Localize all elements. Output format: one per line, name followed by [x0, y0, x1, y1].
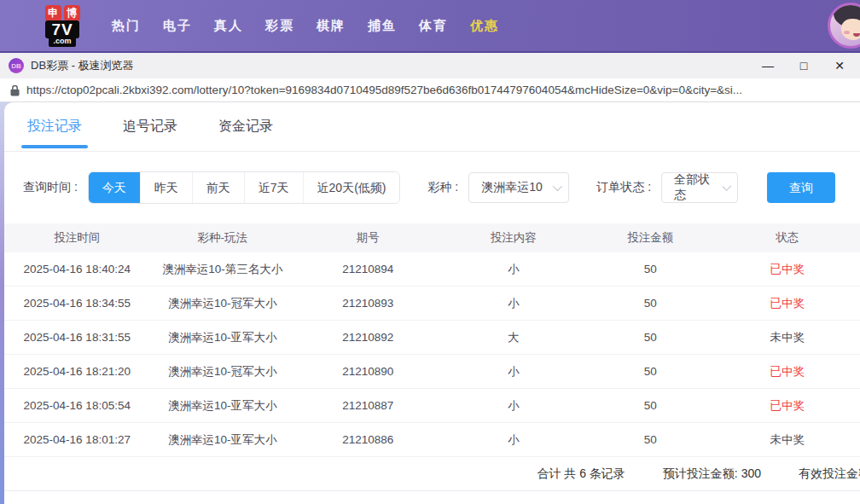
user-avatar[interactable] [828, 3, 860, 49]
time-option-4[interactable]: 近20天(低频) [303, 172, 400, 203]
logo-square-bo: 博 [64, 5, 80, 21]
logo-7v: 7V [45, 20, 78, 38]
table-row: 2025-04-16 18:31:55澳洲幸运10-亚军大小21210892大5… [4, 321, 860, 355]
tab-1[interactable]: 追号记录 [123, 118, 177, 136]
cell-bet-time: 2025-04-16 18:34:55 [4, 297, 150, 310]
site-top-bar: 申 博 7V .com 热门电子真人彩票棋牌捕鱼体育优惠 [0, 0, 860, 51]
cell-game-play: 澳洲幸运10-冠军大小 [150, 364, 296, 379]
filter-bar: 查询时间 : 今天昨天前天近7天近20天(低频) 彩种 : 澳洲幸运10 订单状… [4, 152, 860, 223]
cell-status: 未中奖 [714, 432, 860, 448]
browser-app-icon: DB [9, 58, 24, 73]
lottery-select[interactable]: 澳洲幸运10 [468, 172, 569, 203]
cell-bet-amount: 50 [586, 433, 714, 446]
cell-bet-time: 2025-04-16 18:40:24 [4, 263, 150, 275]
browser-title-bar: DB DB彩票 - 极速浏览器 — □ ✕ [0, 51, 860, 78]
cell-bet-content: 小 [441, 364, 587, 379]
table-row: 2025-04-16 18:34:55澳洲幸运10-冠军大小21210893小5… [4, 287, 860, 321]
nav-item-7[interactable]: 优惠 [459, 18, 510, 34]
url-text: https://ctop02pcali.2kbxi392.com/lottery… [26, 84, 742, 96]
maximize-icon[interactable]: □ [797, 59, 811, 72]
nav-item-0[interactable]: 热门 [101, 18, 152, 34]
table-row: 2025-04-16 18:05:54澳洲幸运10-亚军大小21210887小5… [4, 389, 860, 423]
search-button[interactable]: 查询 [767, 172, 835, 203]
window-controls: — □ ✕ [761, 59, 846, 72]
window-title: DB彩票 - 极速浏览器 [31, 58, 761, 73]
site-logo[interactable]: 申 博 7V .com [39, 5, 85, 47]
cell-status: 已中奖 [714, 296, 860, 311]
lottery-filter-label: 彩种 : [427, 180, 458, 195]
cell-game-play: 澳洲幸运10-亚军大小 [150, 432, 296, 448]
summary-expected-amount: 预计投注金额: 300 [663, 466, 761, 482]
cell-bet-amount: 50 [586, 263, 714, 275]
cell-bet-content: 小 [441, 262, 587, 277]
summary-row: 合计 共 6 条记录 预计投注金额: 300 有效投注金额 [4, 457, 860, 491]
time-option-2[interactable]: 前天 [192, 172, 244, 203]
cell-game-play: 澳洲幸运10-亚军大小 [150, 330, 296, 345]
cell-bet-content: 小 [441, 398, 587, 414]
cell-bet-time: 2025-04-16 18:31:55 [4, 331, 150, 344]
content-card: 投注记录追号记录资金记录 查询时间 : 今天昨天前天近7天近20天(低频) 彩种… [4, 102, 860, 504]
col-header-status: 状态 [714, 230, 860, 246]
time-filter-label: 查询时间 : [23, 180, 78, 195]
cell-bet-time: 2025-04-16 18:01:27 [4, 433, 150, 446]
cell-game-play: 澳洲幸运10-第三名大小 [150, 262, 296, 277]
time-option-1[interactable]: 昨天 [140, 172, 192, 203]
cell-bet-time: 2025-04-16 18:21:20 [4, 365, 150, 378]
table-row: 2025-04-16 18:40:24澳洲幸运10-第三名大小21210894小… [4, 252, 860, 287]
top-nav-items: 热门电子真人彩票棋牌捕鱼体育优惠 [101, 18, 510, 34]
table-header: 投注时间 彩种-玩法 期号 投注内容 投注金额 状态 [4, 223, 860, 252]
summary-total: 合计 共 6 条记录 [537, 466, 625, 482]
cell-issue: 21210890 [295, 365, 441, 378]
nav-item-4[interactable]: 棋牌 [305, 18, 357, 34]
cell-status: 已中奖 [714, 262, 860, 277]
url-bar[interactable]: https://ctop02pcali.2kbxi392.com/lottery… [0, 78, 860, 102]
close-icon[interactable]: ✕ [833, 59, 846, 72]
cell-bet-amount: 50 [586, 331, 714, 344]
cell-game-play: 澳洲幸运10-亚军大小 [150, 398, 296, 414]
nav-item-6[interactable]: 体育 [408, 18, 459, 34]
lottery-select-value: 澳洲幸运10 [481, 180, 543, 195]
time-option-3[interactable]: 近7天 [244, 172, 303, 203]
table-row: 2025-04-16 18:01:27澳洲幸运10-亚军大小21210886小5… [4, 423, 860, 457]
cell-issue: 21210886 [295, 433, 441, 446]
col-header-game-play: 彩种-玩法 [150, 230, 296, 246]
cell-bet-amount: 50 [586, 399, 714, 412]
table-row: 2025-04-16 18:21:20澳洲幸运10-冠军大小21210890小5… [4, 355, 860, 389]
col-header-bet-content: 投注内容 [441, 230, 587, 246]
col-header-bet-amount: 投注金额 [586, 230, 714, 246]
page-background: 投注记录追号记录资金记录 查询时间 : 今天昨天前天近7天近20天(低频) 彩种… [0, 102, 860, 504]
nav-item-1[interactable]: 电子 [152, 18, 203, 34]
cell-bet-amount: 50 [586, 297, 714, 310]
cell-bet-amount: 50 [586, 365, 714, 378]
nav-item-2[interactable]: 真人 [203, 18, 254, 34]
order-status-label: 订单状态 : [596, 180, 651, 195]
tab-2[interactable]: 资金记录 [218, 118, 273, 136]
tab-0[interactable]: 投注记录 [27, 118, 82, 136]
cell-bet-content: 小 [441, 296, 587, 311]
cell-status: 已中奖 [714, 398, 860, 414]
cell-status: 已中奖 [714, 364, 860, 379]
chevron-down-icon [553, 182, 562, 191]
cell-bet-content: 小 [441, 432, 587, 448]
cell-issue: 21210894 [295, 263, 441, 275]
cell-bet-time: 2025-04-16 18:05:54 [4, 399, 150, 412]
table-body: 2025-04-16 18:40:24澳洲幸运10-第三名大小21210894小… [4, 252, 860, 457]
logo-squares: 申 博 [45, 5, 80, 21]
logo-com: .com [49, 37, 75, 47]
lock-icon [10, 84, 20, 96]
time-option-0[interactable]: 今天 [89, 172, 140, 203]
cell-issue: 21210887 [295, 399, 441, 412]
order-status-value: 全部状态 [674, 172, 716, 203]
nav-item-5[interactable]: 捕鱼 [357, 18, 408, 34]
summary-valid-amount: 有效投注金额 [799, 466, 860, 482]
minimize-icon[interactable]: — [761, 59, 775, 72]
nav-item-3[interactable]: 彩票 [254, 18, 305, 34]
cell-issue: 21210892 [295, 331, 441, 344]
avatar-blush [844, 31, 850, 34]
time-filter-group: 今天昨天前天近7天近20天(低频) [88, 171, 401, 204]
chevron-down-icon [723, 182, 732, 191]
order-status-select[interactable]: 全部状态 [661, 172, 738, 203]
col-header-issue: 期号 [295, 230, 441, 246]
logo-square-shen: 申 [45, 5, 61, 21]
cell-game-play: 澳洲幸运10-冠军大小 [150, 296, 296, 311]
